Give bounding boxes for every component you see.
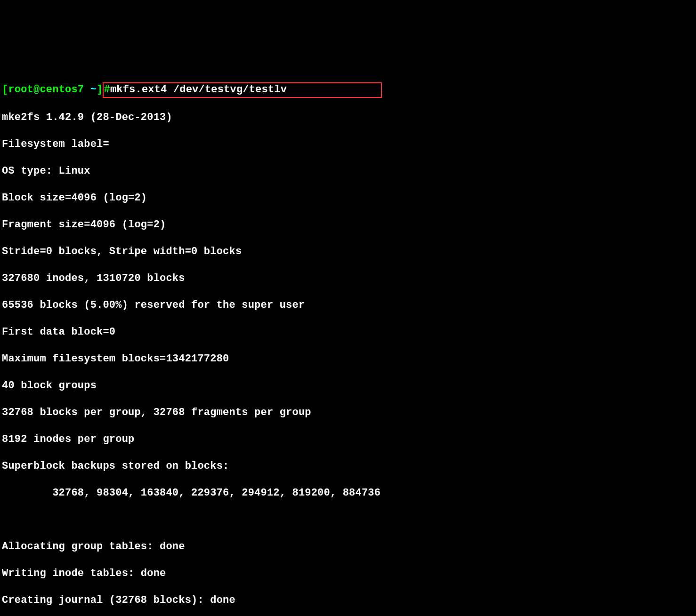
prompt-close: ] [97,84,103,96]
prompt-user: root [8,84,33,96]
mkfs-out-14: Superblock backups stored on blocks: [2,460,694,473]
mkfs-out-1: mke2fs 1.42.9 (28-Dec-2013) [2,111,694,125]
cmd-mkfs: mkfs.ext4 /dev/testvg/testlv [110,84,287,96]
terminal[interactable]: [root@centos7 ~]#mkfs.ext4 /dev/testvg/t… [0,67,696,616]
prompt-host: centos7 [40,84,84,96]
mkfs-out-4: Block size=4096 (log=2) [2,192,694,205]
mkfs-out-17: Allocating group tables: done [2,540,694,554]
mkfs-out-9: First data block=0 [2,326,694,339]
mkfs-out-12: 32768 blocks per group, 32768 fragments … [2,406,694,420]
mkfs-out-5: Fragment size=4096 (log=2) [2,218,694,232]
mkfs-out-2: Filesystem label= [2,138,694,152]
mkfs-out-18: Writing inode tables: done [2,567,694,581]
blank-line [2,513,694,527]
prompt-at: @ [33,84,40,96]
prompt-dir: ~ [90,84,97,96]
mkfs-out-7: 327680 inodes, 1310720 blocks [2,272,694,286]
line-prompt-mkfs: [root@centos7 ~]#mkfs.ext4 /dev/testvg/t… [2,82,694,98]
mkfs-out-8: 65536 blocks (5.00%) reserved for the su… [2,299,694,312]
mkfs-out-13: 8192 inodes per group [2,433,694,447]
prompt-space [84,84,90,96]
mkfs-out-15: 32768, 98304, 163840, 229376, 294912, 81… [2,487,694,500]
mkfs-out-10: Maximum filesystem blocks=1342177280 [2,352,694,366]
mkfs-out-3: OS type: Linux [2,165,694,178]
mkfs-out-6: Stride=0 blocks, Stripe width=0 blocks [2,245,694,259]
mkfs-out-19: Creating journal (32768 blocks): done [2,594,694,608]
prompt-hash: # [104,84,110,96]
mkfs-out-11: 40 block groups [2,379,694,393]
prompt-open: [ [2,84,8,96]
